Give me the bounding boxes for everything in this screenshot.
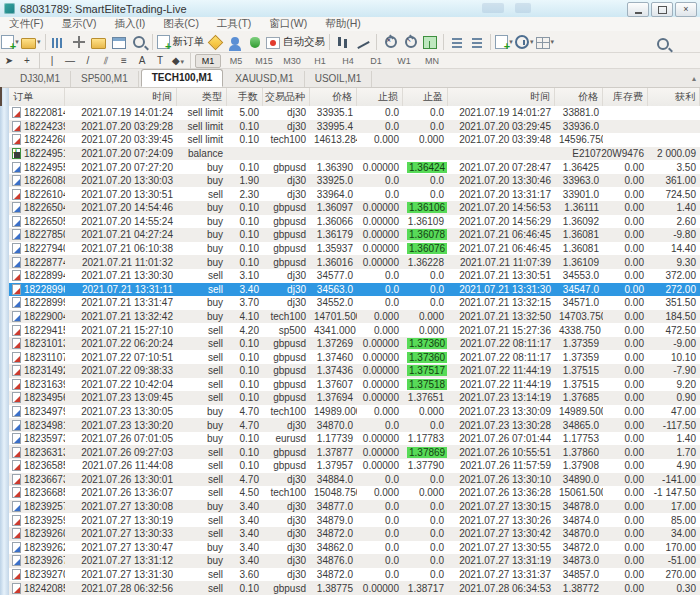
column-header-1[interactable]: 时间 [65,88,177,106]
search-button[interactable] [653,34,671,52]
chart-tab-sp500-m1[interactable]: SP500,M1 [71,71,139,87]
table-row[interactable]: 182289992021.07.21 13:31:47buy3.70dj3034… [9,296,700,310]
timeframe-button-h1[interactable]: H1 [307,54,333,68]
column-header-5[interactable]: 价格 [310,88,357,106]
menu-item[interactable]: 窗口(W) [260,17,316,31]
new-chart-button[interactable]: ▾ [1,33,19,51]
chart-tab-tech100-m1[interactable]: TECH100,M1 [141,69,224,87]
bar-chart-button[interactable] [334,33,352,51]
market-watch-button[interactable] [50,33,68,51]
chart-tab-dj30-m1[interactable]: DJ30,M1 [10,71,71,87]
menu-item[interactable]: 文件(F) [0,17,52,31]
timeframe-button-m30[interactable]: M30 [279,54,305,68]
horizontal-line-tool-button[interactable]: — [62,55,78,66]
restore-button[interactable] [651,2,673,17]
menu-item[interactable]: 插入(I) [105,17,154,31]
column-header-11[interactable]: 获利 [648,88,700,106]
table-row[interactable]: 182265042021.07.20 14:54:46buy0.10gbpusd… [9,201,700,215]
table-row[interactable]: 182392702021.07.27 13:31:30sell3.60dj303… [9,568,700,582]
column-header-2[interactable]: 类型 [177,88,227,106]
table-row[interactable]: 182265052021.07.20 14:55:24buy0.10gbpusd… [9,215,700,229]
table-row[interactable]: 182359732021.07.26 07:01:05buy0.10eurusd… [9,432,700,446]
table-row[interactable]: 182289962021.07.21 13:31:11sell3.40dj303… [9,283,700,297]
timeframe-button-h4[interactable]: H4 [335,54,361,68]
shapes-tool-button[interactable]: ◆▾ [170,55,186,66]
label-tool-button[interactable]: T [152,55,168,66]
column-header-10[interactable]: 库存费 [603,88,648,106]
timeframe-button-d1[interactable]: D1 [363,54,389,68]
navigator-button[interactable] [90,33,108,51]
table-row[interactable]: 182290042021.07.21 13:32:42buy4.10tech10… [9,310,700,324]
menu-item[interactable]: 图表(C) [154,17,208,31]
table-row[interactable]: 182260882021.07.20 13:30:03buy1.90dj3033… [9,174,700,188]
zoom-out-button[interactable] [401,33,419,51]
table-row[interactable]: 182366852021.07.26 13:36:07sell4.50tech1… [9,486,700,500]
column-header-4[interactable]: 交易品种 [263,88,310,106]
expert-advisor-button[interactable] [226,33,244,51]
timeframe-button-m1[interactable]: M1 [195,54,221,68]
crosshair-tool-button[interactable]: + [19,55,35,66]
table-row[interactable]: 182392572021.07.27 13:30:08buy3.40dj3034… [9,500,700,514]
column-header-7[interactable]: 止盈 [403,88,448,106]
chart-tab-xauusd-m1[interactable]: XAUUSD,M1 [225,71,304,87]
table-row[interactable]: 182311072021.07.22 07:10:51sell0.10gbpus… [9,350,700,364]
strategy-tester-button[interactable] [130,33,148,51]
metaeditor-button[interactable] [206,33,224,51]
table-row[interactable]: 182363132021.07.26 09:27:03sell0.10gbpus… [9,445,700,459]
timeframe-button-mn[interactable]: MN [419,54,445,68]
column-header-3[interactable]: 手数 [227,88,263,106]
menu-item[interactable]: 显示(V) [52,17,105,31]
table-row[interactable]: 182314922021.07.22 09:38:33sell0.10gbpus… [9,364,700,378]
table-row[interactable]: 182392602021.07.27 13:30:33sell3.40dj303… [9,527,700,541]
vertical-line-tool-button[interactable]: | [44,55,60,66]
chart-tab-usoil-m1[interactable]: USOIL,M1 [305,71,373,87]
table-row[interactable]: 182420852021.07.28 06:32:56sell0.10gbpus… [9,581,700,595]
column-header-0[interactable]: 订单 [9,88,65,106]
new-order-button[interactable]: 新订单 [157,33,205,51]
text-tool-button[interactable]: A [134,55,150,66]
table-row[interactable]: 182261042021.07.20 13:30:51sell2.30dj303… [9,187,700,201]
column-header-6[interactable]: 止损 [357,88,403,106]
table-row[interactable]: 182208142021.07.19 14:01:24sell limit5.0… [9,106,700,120]
cursor-tool-button[interactable]: ➤ [1,55,17,66]
data-window-button[interactable] [70,33,88,51]
table-row[interactable]: 182365852021.07.26 11:44:08sell0.10gbpus… [9,459,700,473]
terminal-button[interactable] [110,33,128,51]
arrange-down-button[interactable] [468,33,486,51]
table-row[interactable]: 182316392021.07.22 10:42:04sell0.10gbpus… [9,378,700,392]
table-row[interactable]: 182392672021.07.27 13:31:12buy3.40dj3034… [9,554,700,568]
timeframe-button-w1[interactable]: W1 [391,54,417,68]
timeframe-button-m5[interactable]: M5 [223,54,249,68]
table-row[interactable]: 182249512021.07.20 07:24:09balanceE21072… [9,147,700,161]
table-row[interactable]: 182349812021.07.23 13:30:20buy4.70dj3034… [9,418,700,432]
column-header-8[interactable]: 时间 [448,88,555,106]
minimize-button[interactable] [627,2,649,17]
table-row[interactable]: 182242392021.07.20 03:29:28sell limit0.1… [9,120,700,134]
table-row[interactable]: 182349562021.07.23 13:09:45sell0.10gbpus… [9,391,700,405]
line-chart-button[interactable] [354,33,372,51]
table-row[interactable]: 182392592021.07.27 13:30:19sell3.40dj303… [9,513,700,527]
zoom-in-button[interactable] [381,33,399,51]
table-row[interactable]: 182366732021.07.26 13:30:01sell4.70dj303… [9,473,700,487]
table-row[interactable]: 182242602021.07.20 03:39:45sell limit0.1… [9,133,700,147]
fibonacci-tool-button[interactable]: ≡ [116,55,132,66]
table-row[interactable]: 182287742021.07.21 11:01:32buy0.10gbpusd… [9,255,700,269]
table-row[interactable]: 182279402021.07.21 06:10:38buy0.10gbpusd… [9,242,700,256]
table-row[interactable]: 182249552021.07.20 07:27:20buy0.10gbpusd… [9,160,700,174]
menu-item[interactable]: 工具(T) [208,17,260,31]
trendline-tool-button[interactable]: / [80,55,96,66]
table-row[interactable]: 182310132021.07.22 06:20:24sell0.10gbpus… [9,337,700,351]
table-row[interactable]: 182392622021.07.27 13:30:47buy3.40dj3034… [9,541,700,555]
menu-item[interactable]: 帮助(H) [316,17,370,31]
ea-security-button[interactable] [246,33,264,51]
channel-tool-button[interactable]: ⫽ [98,55,114,67]
indicators-button[interactable]: ▾ [495,33,513,51]
table-row[interactable]: 182294152021.07.21 15:27:10sell4.20sp500… [9,323,700,337]
templates-button[interactable]: ▾ [536,33,555,51]
column-header-9[interactable]: 价格 [555,88,603,106]
arrange-up-button[interactable] [448,33,466,51]
tab-scroll-arrow[interactable]: ▴ [692,74,696,83]
table-row[interactable]: 182278502021.07.21 04:27:24buy0.10gbpusd… [9,228,700,242]
close-button[interactable]: × [675,2,697,17]
table-row[interactable]: 182289942021.07.21 13:30:30sell3.10dj303… [9,269,700,283]
